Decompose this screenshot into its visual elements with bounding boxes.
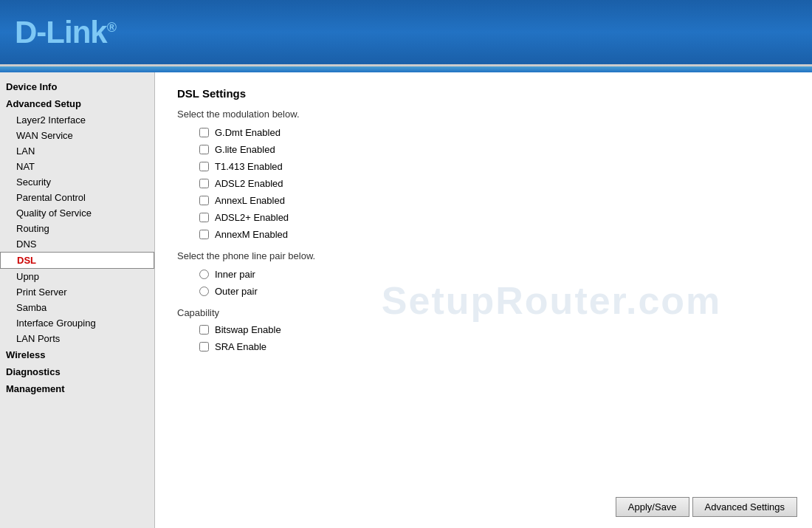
- sidebar-item-samba[interactable]: Samba: [0, 300, 154, 315]
- radio-outer[interactable]: [199, 287, 209, 296]
- checkbox-row-annexm: AnnexM Enabled: [199, 229, 790, 240]
- capability-checkbox-label-sra: SRA Enable: [215, 341, 266, 352]
- capability-checkbox-row-sra: SRA Enable: [199, 341, 790, 352]
- checkbox-row-t1413: T1.413 Enabled: [199, 161, 790, 172]
- checkbox-row-gdmt: G.Dmt Enabled: [199, 127, 790, 138]
- logo-text: D-Link: [15, 15, 107, 49]
- sidebar-item-lan-ports[interactable]: LAN Ports: [0, 331, 154, 346]
- sidebar-item-nat[interactable]: NAT: [0, 159, 154, 174]
- sidebar-item-advanced-setup[interactable]: Advanced Setup: [0, 95, 154, 112]
- checkbox-label-annexl: AnnexL Enabled: [215, 195, 285, 206]
- sidebar-item-dsl[interactable]: DSL: [0, 252, 154, 269]
- main-layout: Device InfoAdvanced SetupLayer2 Interfac…: [0, 72, 812, 528]
- advanced-settings-button[interactable]: Advanced Settings: [692, 497, 797, 517]
- apply-save-button[interactable]: Apply/Save: [616, 497, 689, 517]
- modulation-label: Select the modulation below.: [177, 109, 790, 120]
- sidebar-item-routing[interactable]: Routing: [0, 221, 154, 236]
- checkbox-label-t1413: T1.413 Enabled: [215, 161, 283, 172]
- logo: D-Link®: [15, 15, 116, 50]
- phone-line-label: Select the phone line pair below.: [177, 250, 790, 261]
- radio-row-outer: Outer pair: [199, 286, 790, 297]
- radio-inner[interactable]: [199, 270, 209, 279]
- sidebar-item-device-info[interactable]: Device Info: [0, 78, 154, 95]
- sidebar-item-interface-grouping[interactable]: Interface Grouping: [0, 315, 154, 331]
- sidebar-item-security[interactable]: Security: [0, 174, 154, 190]
- logo-trademark: ®: [107, 20, 116, 35]
- sidebar-item-upnp[interactable]: Upnp: [0, 269, 154, 284]
- checkbox-label-adsl2: ADSL2 Enabled: [215, 178, 283, 189]
- sidebar-item-parental-control[interactable]: Parental Control: [0, 190, 154, 205]
- checkbox-annexm[interactable]: [199, 230, 209, 239]
- checkbox-t1413[interactable]: [199, 162, 209, 171]
- radio-label-outer: Outer pair: [215, 286, 258, 297]
- radio-row-inner: Inner pair: [199, 269, 790, 280]
- sidebar-item-layer2-interface[interactable]: Layer2 Interface: [0, 112, 154, 128]
- capability-checkboxes: Bitswap EnableSRA Enable: [177, 324, 790, 352]
- radio-label-inner: Inner pair: [215, 269, 255, 280]
- checkbox-row-adsl2: ADSL2 Enabled: [199, 178, 790, 189]
- sidebar-item-quality-of-service[interactable]: Quality of Service: [0, 205, 154, 221]
- checkbox-label-gdmt: G.Dmt Enabled: [215, 127, 281, 138]
- checkbox-label-glite: G.lite Enabled: [215, 144, 275, 155]
- sidebar-item-wireless[interactable]: Wireless: [0, 346, 154, 363]
- capability-label: Capability: [177, 307, 790, 318]
- checkbox-adsl2[interactable]: [199, 179, 209, 188]
- sidebar-item-dns[interactable]: DNS: [0, 236, 154, 252]
- checkbox-row-annexl: AnnexL Enabled: [199, 195, 790, 206]
- sidebar-item-lan[interactable]: LAN: [0, 143, 154, 159]
- capability-checkbox-bitswap[interactable]: [199, 325, 209, 335]
- subheader-bar: [0, 66, 812, 72]
- modulation-checkboxes: G.Dmt EnabledG.lite EnabledT1.413 Enable…: [177, 127, 790, 240]
- checkbox-gdmt[interactable]: [199, 128, 209, 137]
- sidebar: Device InfoAdvanced SetupLayer2 Interfac…: [0, 72, 155, 528]
- radio-options: Inner pairOuter pair: [177, 269, 790, 297]
- checkbox-adsl2plus[interactable]: [199, 213, 209, 222]
- checkbox-glite[interactable]: [199, 145, 209, 154]
- sidebar-item-management[interactable]: Management: [0, 380, 154, 397]
- checkbox-label-adsl2plus: ADSL2+ Enabled: [215, 212, 289, 223]
- capability-checkbox-sra[interactable]: [199, 342, 209, 352]
- checkbox-row-adsl2plus: ADSL2+ Enabled: [199, 212, 790, 223]
- checkbox-annexl[interactable]: [199, 196, 209, 205]
- capability-checkbox-row-bitswap: Bitswap Enable: [199, 324, 790, 335]
- sidebar-item-wan-service[interactable]: WAN Service: [0, 128, 154, 143]
- capability-checkbox-label-bitswap: Bitswap Enable: [215, 324, 281, 335]
- page-title: DSL Settings: [177, 87, 790, 100]
- checkbox-label-annexm: AnnexM Enabled: [215, 229, 288, 240]
- sidebar-item-diagnostics[interactable]: Diagnostics: [0, 363, 154, 380]
- header: D-Link®: [0, 0, 812, 66]
- checkbox-row-glite: G.lite Enabled: [199, 144, 790, 155]
- sidebar-item-print-server[interactable]: Print Server: [0, 284, 154, 300]
- content-area: DSL Settings Select the modulation below…: [155, 72, 812, 528]
- button-bar: Apply/Save Advanced Settings: [616, 497, 797, 517]
